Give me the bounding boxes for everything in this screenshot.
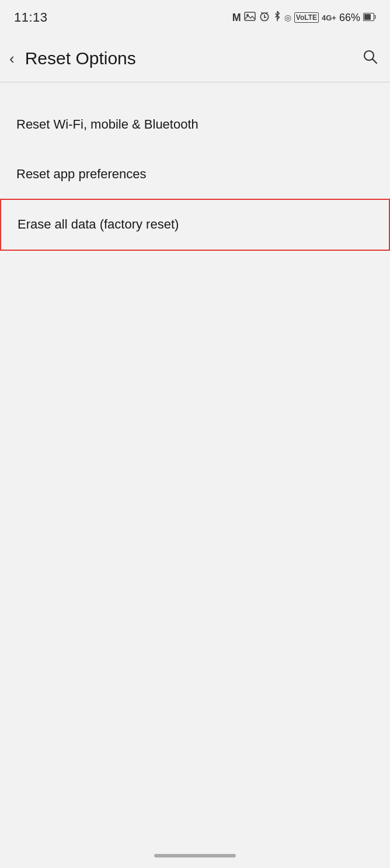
toolbar-left: ‹ Reset Options — [9, 49, 136, 68]
bluetooth-icon — [273, 11, 281, 25]
bottom-nav-indicator — [154, 854, 236, 857]
volte-icon: VoLTE — [294, 12, 319, 23]
status-bar: 11:13 M — [0, 0, 390, 35]
status-icons: M ◎ V — [232, 11, 376, 25]
menu-item-reset-app-prefs[interactable]: Reset app preferences — [0, 150, 390, 199]
menu-item-erase-all-data[interactable]: Erase all data (factory reset) — [0, 199, 390, 251]
wifi-icon: ◎ — [284, 13, 291, 22]
search-button[interactable] — [362, 49, 378, 69]
back-button[interactable]: ‹ — [9, 51, 15, 66]
svg-rect-9 — [364, 14, 371, 20]
menu-item-label: Erase all data (factory reset) — [18, 217, 179, 231]
gmail-icon: M — [232, 12, 241, 24]
battery-icon — [363, 12, 376, 24]
page-title: Reset Options — [25, 49, 136, 68]
svg-point-10 — [364, 51, 374, 60]
battery-percent: 66% — [339, 12, 360, 24]
toolbar: ‹ Reset Options — [0, 35, 390, 82]
alarm-icon — [259, 11, 270, 25]
menu-item-reset-wifi[interactable]: Reset Wi-Fi, mobile & Bluetooth — [0, 100, 390, 150]
svg-rect-0 — [245, 12, 255, 20]
image-icon — [244, 11, 256, 24]
menu-item-label: Reset app preferences — [16, 167, 147, 181]
content-area: Reset Wi-Fi, mobile & Bluetooth Reset ap… — [0, 82, 390, 251]
svg-line-11 — [373, 59, 377, 63]
status-time: 11:13 — [14, 10, 48, 25]
signal-icon: 4G+ — [322, 13, 336, 22]
menu-item-label: Reset Wi-Fi, mobile & Bluetooth — [16, 117, 199, 132]
